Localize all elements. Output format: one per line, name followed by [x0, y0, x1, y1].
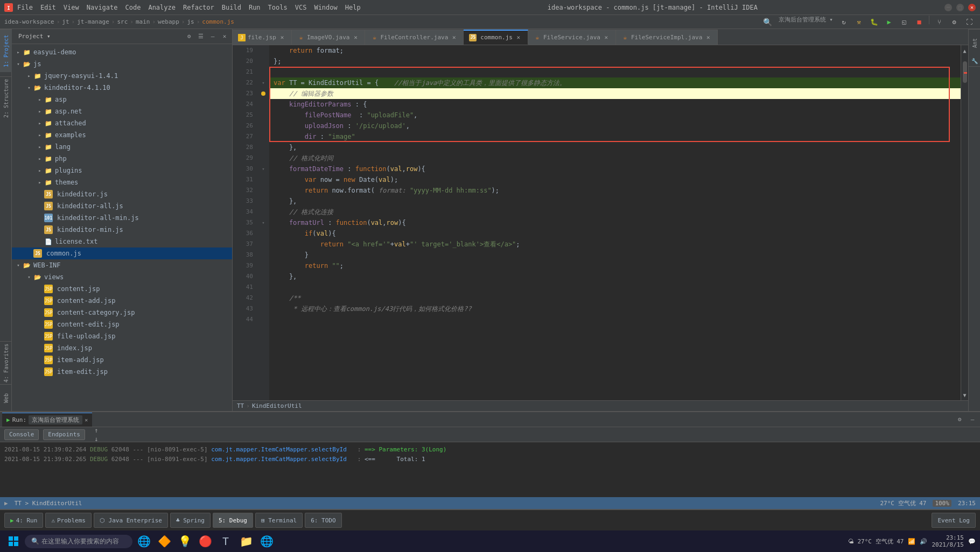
menu-run[interactable]: Run	[249, 4, 261, 11]
vtab-web[interactable]: Web	[0, 384, 12, 411]
tree-item-kindeditor[interactable]: 📂 kindeditor-4.1.10	[12, 82, 232, 94]
vtab-favorites[interactable]: 4: Favorites	[0, 341, 12, 384]
todo-taskbar-btn[interactable]: 6: TODO	[305, 513, 341, 528]
tree-item-common-js[interactable]: JS common.js	[12, 247, 232, 259]
menu-view[interactable]: View	[64, 4, 79, 11]
menu-tools[interactable]: Tools	[268, 4, 288, 11]
vtab-structure[interactable]: 2: Structure	[0, 76, 12, 119]
vtab-project[interactable]: 1: Project	[0, 29, 12, 72]
tree-item-php[interactable]: 📁 php	[12, 153, 232, 165]
minimize-button[interactable]: ─	[944, 4, 952, 11]
breadcrumb-jt[interactable]: jt	[62, 18, 69, 25]
tree-item-asp-net[interactable]: 📁 asp.net	[12, 105, 232, 117]
search-everywhere-icon[interactable]: 🔍	[761, 16, 774, 29]
taskbar-vivaldi-icon[interactable]: 🔴	[196, 532, 214, 550]
stop-icon[interactable]: ■	[913, 16, 926, 29]
tree-item-kindeditor-js[interactable]: JS kindeditor.js	[12, 188, 232, 200]
tree-item-asp[interactable]: 📁 asp	[12, 94, 232, 105]
tree-item-themes[interactable]: 📁 themes	[12, 176, 232, 188]
taskbar-notification[interactable]: 💬	[968, 538, 976, 545]
tree-item-easyui-demo[interactable]: 📁 easyui-demo	[12, 46, 232, 58]
taskbar-typora-icon[interactable]: T	[216, 532, 235, 550]
tree-item-kindeditor-min-js[interactable]: JS kindeditor-min.js	[12, 224, 232, 236]
scroll-down-arrow[interactable]: ▼	[961, 390, 968, 400]
sidebar-expand-icon[interactable]: —	[207, 31, 218, 42]
close-panel-icon[interactable]: —	[967, 414, 978, 425]
fold-arrow-30[interactable]: ▾	[262, 166, 264, 172]
tab-file-jsp[interactable]: J file.jsp ✕	[233, 30, 292, 45]
settings-icon[interactable]: ⚙	[948, 16, 961, 29]
windows-search[interactable]: 🔍 在这里输入你要搜索的内容	[25, 535, 132, 548]
tree-item-plugins[interactable]: 📁 plugins	[12, 165, 232, 176]
debug-icon[interactable]: 🐛	[867, 16, 880, 29]
tree-item-item-add-jsp[interactable]: JSP item-add.jsp	[12, 354, 232, 366]
windows-start-icon[interactable]	[4, 532, 23, 550]
menu-navigate[interactable]: Navigate	[87, 4, 118, 11]
run-icon[interactable]: ▶	[883, 16, 895, 29]
console-tab[interactable]: Console	[4, 429, 39, 440]
taskbar-chrome-icon[interactable]: 🌐	[135, 532, 153, 550]
taskbar-edge-icon[interactable]: 🔶	[155, 532, 173, 550]
scroll-up-btn[interactable]: ↑	[92, 427, 101, 434]
taskbar-idea-icon[interactable]: 💡	[176, 532, 194, 550]
build-icon[interactable]: ⚒	[852, 16, 865, 29]
vtab-right-icon[interactable]: 🔧	[969, 56, 980, 67]
menu-edit[interactable]: Edit	[40, 4, 56, 11]
tab-close-imagevo[interactable]: ✕	[352, 34, 359, 41]
tree-item-file-upload-jsp[interactable]: JSP file-upload.jsp	[12, 330, 232, 342]
close-button[interactable]: ✕	[968, 4, 976, 11]
breadcrumb-current[interactable]: common.js	[202, 18, 234, 25]
settings-icon[interactable]: ⚙	[954, 414, 965, 425]
tab-fileserviceimpl-java[interactable]: ☕ FileServiceImpl.java ✕	[616, 30, 718, 45]
run-tab-close[interactable]: ✕	[85, 417, 88, 423]
maximize-button[interactable]: □	[956, 4, 964, 11]
breadcrumb-src[interactable]: src	[117, 18, 128, 25]
endpoints-tab[interactable]: Endpoints	[43, 429, 85, 440]
breadcrumb-webapp[interactable]: webapp	[158, 18, 179, 25]
tab-close-filecontroller[interactable]: ✕	[450, 34, 458, 41]
tree-item-content-jsp[interactable]: JSP content.jsp	[12, 283, 232, 295]
breadcrumb-js[interactable]: js	[187, 18, 194, 25]
tree-item-attached[interactable]: 📁 attached	[12, 117, 232, 129]
tree-item-jquery-easyui[interactable]: 📁 jquery-easyui-1.4.1	[12, 70, 232, 82]
coverage-icon[interactable]: ◱	[898, 16, 911, 29]
menu-help[interactable]: Help	[345, 4, 361, 11]
menu-file[interactable]: File	[17, 4, 33, 11]
menu-code[interactable]: Code	[125, 4, 141, 11]
fold-arrow-22[interactable]: ▾	[262, 80, 264, 86]
terminal-taskbar-btn[interactable]: ⊞ Terminal	[255, 513, 303, 528]
taskbar-ie-icon[interactable]: 🌐	[257, 532, 276, 550]
tab-close-common-js[interactable]: ✕	[515, 34, 522, 41]
menu-refactor[interactable]: Refactor	[183, 4, 214, 11]
event-log-btn[interactable]: Event Log	[932, 513, 976, 528]
tree-item-content-edit-jsp[interactable]: JSP content-edit.jsp	[12, 319, 232, 330]
sidebar-settings-icon[interactable]: ⚙	[184, 31, 194, 42]
vtab-ant[interactable]: Ant	[969, 29, 980, 56]
breadcrumb-workspace[interactable]: idea-workspace	[4, 18, 54, 25]
tab-close-fileservice[interactable]: ✕	[603, 34, 610, 41]
spring-taskbar-btn[interactable]: ♣ Spring	[170, 513, 211, 528]
tree-item-kindeditor-all-js[interactable]: JS kindeditor-all.js	[12, 200, 232, 212]
scroll-down-btn[interactable]: ↓	[92, 435, 101, 443]
tab-fileservice-java[interactable]: ☕ FileService.java ✕	[528, 30, 616, 45]
tab-common-js[interactable]: JS common.js ✕	[464, 30, 528, 45]
sidebar-close-icon[interactable]: ✕	[219, 31, 230, 42]
tree-item-license-txt[interactable]: 📄 license.txt	[12, 236, 232, 247]
git-icon[interactable]: ⑂	[933, 16, 946, 29]
java-enterprise-taskbar-btn[interactable]: ⬡ Java Enterprise	[94, 513, 168, 528]
code-editor[interactable]: 19 20 21 22 23 24 25 26 27 28 29 30 31 3…	[233, 45, 968, 400]
menu-window[interactable]: Window	[314, 4, 337, 11]
tab-close-file-jsp[interactable]: ✕	[278, 34, 286, 41]
tree-item-kindeditor-all-min-js[interactable]: 101 kindeditor-all-min.js	[12, 212, 232, 224]
taskbar-files-icon[interactable]: 📁	[237, 532, 255, 550]
tree-item-lang[interactable]: 📁 lang	[12, 141, 232, 153]
menu-vcs[interactable]: VCS	[295, 4, 307, 11]
right-scrollbar[interactable]: ▲ ▼	[961, 45, 968, 400]
run-taskbar-btn[interactable]: ▶ 4: Run	[4, 513, 43, 528]
problems-taskbar-btn[interactable]: ⚠ Problems	[45, 513, 92, 528]
tab-imagevo-java[interactable]: ☕ ImageVO.java ✕	[292, 30, 365, 45]
tree-item-content-category-jsp[interactable]: JSP content-category.jsp	[12, 307, 232, 319]
tab-close-fileserviceimpl[interactable]: ✕	[704, 34, 712, 41]
tree-item-js[interactable]: 📂 js	[12, 58, 232, 70]
maximize-editor-icon[interactable]: ⛶	[963, 16, 976, 29]
